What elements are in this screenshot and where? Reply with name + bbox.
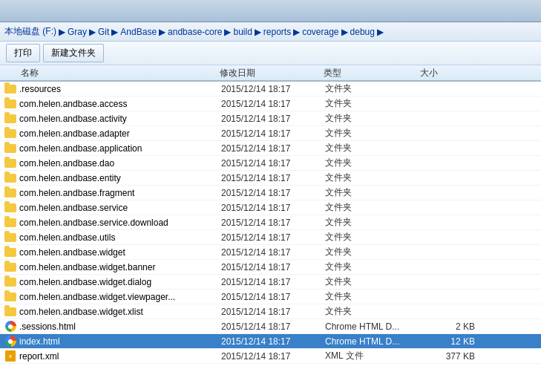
- file-date: 2015/12/14 18:17: [221, 188, 325, 198]
- table-row[interactable]: com.helen.andbase.widget.xlist2015/12/14…: [0, 304, 541, 319]
- table-row[interactable]: com.helen.andbase.service2015/12/14 18:1…: [0, 200, 541, 215]
- file-type: Chrome HTML D...: [325, 336, 422, 347]
- table-row[interactable]: index.html2015/12/14 18:17Chrome HTML D.…: [0, 334, 541, 349]
- file-date: 2015/12/14 18:17: [221, 307, 325, 317]
- col-header-date[interactable]: 修改日期: [220, 67, 324, 79]
- col-header-type[interactable]: 类型: [324, 67, 420, 79]
- col-header-size[interactable]: 大小: [420, 67, 479, 79]
- table-row[interactable]: com.helen.andbase.activity2015/12/14 18:…: [0, 111, 541, 126]
- print-button[interactable]: 打印: [6, 44, 40, 62]
- file-size: 377 KB: [422, 351, 481, 362]
- breadcrumb-item-7[interactable]: coverage: [302, 27, 338, 37]
- table-row[interactable]: com.helen.andbase.access2015/12/14 18:17…: [0, 97, 541, 111]
- table-row[interactable]: Xreport.xml2015/12/14 18:17XML 文件377 KB: [0, 349, 541, 364]
- file-type: XML 文件: [325, 350, 422, 362]
- breadcrumb-bar: 本地磁盘 (F:) ▶ Gray ▶ Git ▶ AndBase ▶ andba…: [0, 22, 541, 42]
- file-date: 2015/12/14 18:17: [221, 203, 325, 213]
- breadcrumb-sep-6: ▶: [293, 27, 300, 37]
- breadcrumb-item-5[interactable]: build: [233, 27, 252, 37]
- file-name: index.html: [19, 336, 221, 347]
- file-type: 文件夹: [325, 82, 422, 95]
- file-type: 文件夹: [325, 186, 422, 199]
- table-row[interactable]: com.helen.andbase.application2015/12/14 …: [0, 141, 541, 156]
- breadcrumb-item-1[interactable]: Gray: [68, 27, 87, 37]
- folder-icon: [4, 159, 16, 168]
- file-size: 2 KB: [422, 321, 481, 332]
- toolbar: 打印 新建文件夹: [0, 42, 541, 65]
- file-date: 2015/12/14 18:17: [221, 247, 325, 258]
- file-date: 2015/12/14 18:17: [221, 158, 325, 169]
- file-date: 2015/12/14 18:17: [221, 292, 325, 302]
- breadcrumb-item-8[interactable]: debug: [350, 27, 375, 37]
- table-row[interactable]: com.helen.andbase.adapter2015/12/14 18:1…: [0, 126, 541, 141]
- breadcrumb-item-2[interactable]: Git: [98, 27, 109, 37]
- file-name: com.helen.andbase.dao: [19, 158, 221, 169]
- file-type: 文件夹: [325, 261, 422, 273]
- breadcrumb-sep-1: ▶: [89, 27, 96, 37]
- folder-icon: [4, 293, 16, 301]
- new-folder-button[interactable]: 新建文件夹: [43, 44, 104, 62]
- file-name: com.helen.andbase.widget.viewpager...: [19, 292, 221, 302]
- file-date: 2015/12/14 18:17: [221, 143, 325, 154]
- file-name: com.helen.andbase.widget.banner: [19, 262, 221, 272]
- file-name: com.helen.andbase.activity: [19, 114, 221, 124]
- file-name: .sessions.html: [19, 321, 221, 332]
- title-bar: [0, 0, 541, 22]
- file-name: com.helen.andbase.service: [19, 203, 221, 213]
- column-headers: 名称 修改日期 类型 大小: [0, 65, 541, 82]
- breadcrumb-item-0[interactable]: 本地磁盘 (F:): [4, 25, 56, 38]
- folder-icon: [4, 189, 16, 197]
- folder-icon: [4, 99, 16, 108]
- xml-icon: X: [5, 350, 16, 362]
- breadcrumb-item-3[interactable]: AndBase: [120, 27, 157, 37]
- folder-icon: [4, 129, 16, 138]
- table-row[interactable]: com.helen.andbase.fragment2015/12/14 18:…: [0, 186, 541, 200]
- file-type: 文件夹: [325, 201, 422, 214]
- table-row[interactable]: com.helen.andbase.widget.dialog2015/12/1…: [0, 275, 541, 290]
- file-name: com.helen.andbase.widget.dialog: [19, 277, 221, 287]
- file-name: com.helen.andbase.utils: [19, 232, 221, 243]
- file-name: com.helen.andbase.widget.xlist: [19, 307, 221, 317]
- table-row[interactable]: com.helen.andbase.service.download2015/1…: [0, 215, 541, 230]
- table-row[interactable]: com.helen.andbase.dao2015/12/14 18:17文件夹: [0, 156, 541, 171]
- file-date: 2015/12/14 18:17: [221, 336, 325, 347]
- file-name: com.helen.andbase.application: [19, 143, 221, 154]
- table-row[interactable]: .resources2015/12/14 18:17文件夹: [0, 82, 541, 97]
- file-type: 文件夹: [325, 275, 422, 288]
- breadcrumb-item-6[interactable]: reports: [263, 27, 291, 37]
- breadcrumb-sep-5: ▶: [255, 27, 261, 37]
- main-content: 名称 修改日期 类型 大小 .resources2015/12/14 18:17…: [0, 65, 541, 392]
- file-date: 2015/12/14 18:17: [221, 232, 325, 243]
- file-date: 2015/12/14 18:17: [221, 262, 325, 272]
- table-row[interactable]: com.helen.andbase.widget2015/12/14 18:17…: [0, 245, 541, 260]
- table-row[interactable]: com.helen.andbase.widget.viewpager...201…: [0, 290, 541, 304]
- breadcrumb-sep-4: ▶: [224, 27, 231, 37]
- file-type: Chrome HTML D...: [325, 321, 422, 332]
- file-type: 文件夹: [325, 216, 422, 229]
- file-date: 2015/12/14 18:17: [221, 114, 325, 124]
- breadcrumb-sep-2: ▶: [111, 27, 118, 37]
- file-name: com.helen.andbase.widget: [19, 247, 221, 258]
- file-date: 2015/12/14 18:17: [221, 277, 325, 287]
- file-date: 2015/12/14 18:17: [221, 84, 325, 94]
- file-type: 文件夹: [325, 112, 422, 125]
- file-name: com.helen.andbase.service.download: [19, 218, 221, 228]
- chrome-html-icon: [5, 321, 16, 332]
- breadcrumb-item-4[interactable]: andbase-core: [168, 27, 222, 37]
- file-name: .resources: [19, 84, 221, 94]
- folder-icon: [4, 203, 16, 212]
- file-date: 2015/12/14 18:17: [221, 128, 325, 139]
- table-row[interactable]: com.helen.andbase.widget.banner2015/12/1…: [0, 260, 541, 275]
- breadcrumb-sep-3: ▶: [159, 27, 165, 37]
- table-row[interactable]: .sessions.html2015/12/14 18:17Chrome HTM…: [0, 319, 541, 334]
- file-name: com.helen.andbase.entity: [19, 173, 221, 183]
- col-header-name[interactable]: 名称: [4, 67, 220, 79]
- file-type: 文件夹: [325, 246, 422, 258]
- folder-icon: [4, 233, 16, 242]
- folder-icon: [4, 174, 16, 183]
- table-row[interactable]: com.helen.andbase.entity2015/12/14 18:17…: [0, 171, 541, 186]
- file-date: 2015/12/14 18:17: [221, 173, 325, 183]
- table-row[interactable]: com.helen.andbase.utils2015/12/14 18:17文…: [0, 230, 541, 245]
- folder-icon: [4, 114, 16, 123]
- folder-icon: [4, 307, 16, 316]
